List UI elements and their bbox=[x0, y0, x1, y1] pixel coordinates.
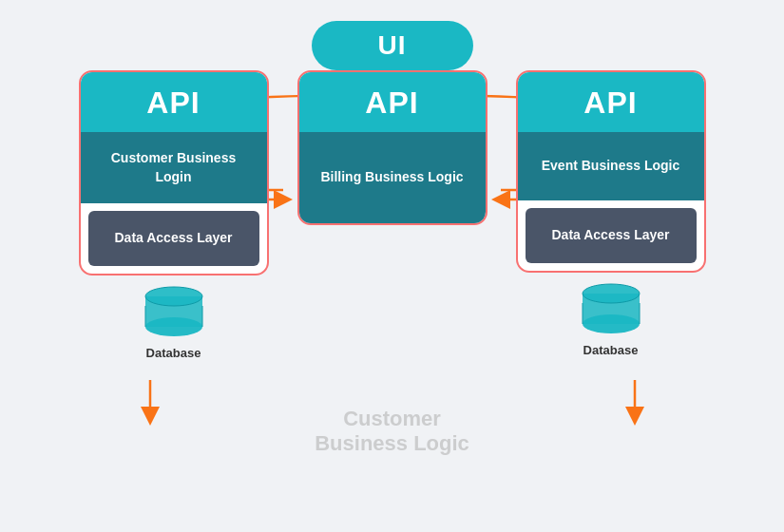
customer-service-box: API Customer Business Login Data Access … bbox=[79, 70, 269, 276]
billing-service-box: API Billing Business Logic bbox=[297, 70, 488, 225]
svg-point-8 bbox=[583, 314, 640, 333]
customer-dal-label: Data Access Layer bbox=[114, 229, 232, 248]
columns-container: API Customer Business Login Data Access … bbox=[79, 70, 706, 360]
event-api-label: API bbox=[583, 86, 637, 120]
customer-business-logic: Customer Business Login bbox=[81, 132, 267, 203]
event-service-box: API Event Business Logic Data Access Lay… bbox=[516, 70, 706, 273]
watermark: Customer Business Logic bbox=[315, 407, 469, 456]
svg-point-2 bbox=[145, 317, 202, 336]
event-service-column: API Event Business Logic Data Access Lay… bbox=[516, 70, 706, 360]
customer-logic-label: Customer Business Login bbox=[92, 149, 256, 186]
event-database-container: Database bbox=[578, 282, 644, 357]
event-data-access: Data Access Layer bbox=[526, 208, 697, 263]
billing-logic-label: Billing Business Logic bbox=[320, 168, 463, 187]
billing-service-column: API Billing Business Logic bbox=[297, 70, 488, 360]
event-db-label: Database bbox=[583, 343, 639, 357]
customer-service-column: API Customer Business Login Data Access … bbox=[79, 70, 269, 360]
customer-database-container: Database bbox=[141, 285, 207, 360]
event-api-header: API bbox=[518, 72, 704, 132]
event-logic-label: Event Business Logic bbox=[542, 157, 679, 176]
billing-business-logic: Billing Business Logic bbox=[299, 132, 486, 223]
customer-api-label: API bbox=[146, 86, 200, 120]
event-business-logic: Event Business Logic bbox=[518, 132, 704, 200]
customer-api-header: API bbox=[81, 72, 267, 132]
customer-database-icon bbox=[141, 285, 207, 342]
billing-api-header: API bbox=[299, 72, 486, 132]
event-dal-label: Data Access Layer bbox=[551, 226, 669, 245]
watermark-line1: Customer bbox=[343, 407, 441, 430]
watermark-line2: Business Logic bbox=[315, 431, 469, 455]
customer-data-access: Data Access Layer bbox=[88, 211, 259, 266]
diagram: UI bbox=[0, 0, 784, 532]
ui-label: UI bbox=[378, 30, 407, 60]
customer-db-label: Database bbox=[146, 346, 201, 360]
event-database-icon bbox=[578, 282, 644, 339]
ui-pill: UI bbox=[312, 21, 473, 70]
billing-api-label: API bbox=[365, 86, 418, 120]
